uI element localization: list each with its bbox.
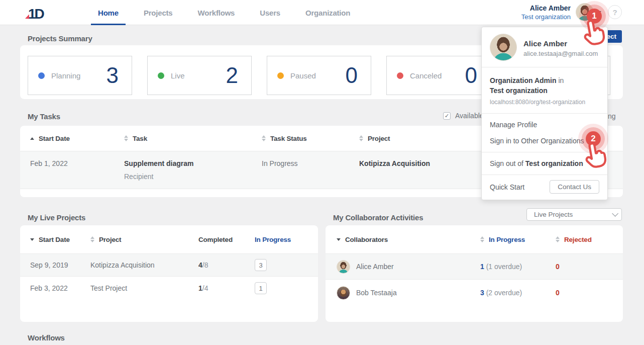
in-progress-cell: 3 (2 overdue) [480, 289, 556, 297]
table-row[interactable]: Sep 9, 2019 Kotipizza Acquisition 4/8 3 [20, 253, 318, 277]
contact-us-button[interactable]: Contact Us [550, 180, 599, 194]
completed-cell: 4/8 [198, 261, 255, 269]
sort-icon[interactable] [556, 236, 560, 242]
column-header-start-date[interactable]: Start Date [30, 135, 124, 142]
avatar [490, 34, 517, 61]
sort-icon[interactable] [90, 236, 94, 242]
quick-start-row: Quick Start Contact Us [482, 175, 607, 200]
status-card-planning[interactable]: Planning 3 [28, 56, 132, 95]
live-status-dot-icon [158, 72, 164, 79]
sort-desc-icon[interactable] [337, 238, 341, 241]
status-card-live[interactable]: Live 2 [147, 56, 252, 95]
nav-item-organization[interactable]: Organization [298, 0, 357, 25]
profile-organization: Test organization [490, 85, 599, 96]
collaborator-name: Alice Amber [356, 263, 394, 271]
table-row[interactable]: Bob Testaaja 3 (2 overdue) 0 [326, 280, 623, 306]
sort-icon[interactable] [359, 135, 363, 141]
help-button[interactable]: ? [608, 5, 622, 19]
sort-icon[interactable] [124, 135, 128, 141]
collaborator-cell: Alice Amber [337, 260, 480, 274]
table-row[interactable]: Feb 3, 2022 Test Project 1/4 1 [20, 277, 318, 300]
nav-item-home[interactable]: Home [91, 0, 126, 25]
status-card-label: Canceled [410, 71, 442, 80]
sort-icon[interactable] [262, 135, 266, 141]
available-filter[interactable]: Available [443, 112, 484, 120]
column-header-project[interactable]: Project [90, 236, 198, 243]
in-progress-cell: 1 (1 overdue) [480, 263, 556, 271]
task-name: Supplement diagram [124, 159, 193, 167]
rejected-cell: 0 [556, 289, 612, 297]
in-progress-count-button[interactable]: 3 [255, 259, 267, 271]
profile-role-line: Organization Admin in [490, 75, 599, 85]
status-card-label: Planning [51, 71, 80, 80]
my-live-projects-title: My Live Projects [28, 213, 85, 222]
paused-status-dot-icon [277, 72, 284, 79]
main-nav: Home Projects Workflows Users Organizati… [91, 0, 368, 25]
pointer-hand-cursor-icon [580, 18, 608, 50]
column-header-rejected[interactable]: Rejected [556, 236, 612, 243]
user-name: Alice Amber [521, 4, 571, 13]
sort-asc-icon[interactable] [30, 137, 34, 140]
nav-item-workflows[interactable]: Workflows [190, 0, 242, 25]
status-card-value: 2 [226, 64, 238, 87]
column-header-start-date[interactable]: Start Date [30, 236, 90, 243]
pointer-hand-cursor-icon [581, 141, 610, 172]
in-progress-cell: 3 [255, 259, 308, 271]
status-card-value: 3 [106, 64, 119, 87]
my-collaborator-activities-title: My Collaborator Activities [333, 213, 423, 222]
select-value: Live Projects [534, 211, 573, 218]
task-role: Recipient [124, 172, 262, 181]
project-start-date: Feb 3, 2022 [30, 284, 90, 292]
my-tasks-title: My Tasks [28, 112, 60, 121]
table-row[interactable]: Alice Amber 1 (1 overdue) 0 [326, 253, 623, 280]
column-header-completed[interactable]: Completed [198, 236, 255, 243]
rejected-cell: 0 [556, 263, 612, 271]
task-status: In Progress [262, 159, 359, 182]
collaborator-activities-table: Collaborators In Progress Rejected Alice… [326, 225, 623, 322]
column-header-task-status[interactable]: Task Status [262, 135, 359, 142]
workflows-title: Workflows [28, 333, 65, 342]
status-card-label: Live [171, 71, 185, 80]
sort-icon[interactable] [480, 236, 484, 242]
user-chip[interactable]: Alice Amber Test organization [521, 4, 571, 22]
project-name: Kotipizza Acquisition [90, 261, 198, 269]
status-card-canceled[interactable]: Canceled 0 [386, 56, 491, 95]
collaborators-header-row: Collaborators In Progress Rejected [326, 225, 623, 253]
avatar [337, 286, 350, 300]
my-live-projects-table: Start Date Project Completed In Progress… [20, 225, 318, 322]
canceled-status-dot-icon [397, 72, 403, 79]
task-cell: Supplement diagram Recipient [124, 159, 262, 182]
in-progress-cell: 1 [255, 282, 308, 294]
quick-start-label[interactable]: Quick Start [490, 183, 524, 191]
status-card-value: 0 [465, 64, 477, 87]
project-start-date: Sep 9, 2019 [30, 261, 90, 269]
completed-cell: 1/4 [198, 284, 255, 292]
app-logo-icon[interactable]: 1D [22, 4, 47, 24]
status-card-paused[interactable]: Paused 0 [267, 56, 371, 95]
planning-status-dot-icon [38, 72, 45, 79]
available-checkbox[interactable] [443, 112, 451, 120]
available-checkbox-label: Available [455, 112, 484, 120]
profile-dropdown-menu: Alice Amber alice.testaaja@gmail.com Org… [481, 27, 608, 200]
projects-summary-title: Projects Summary [28, 34, 92, 43]
organization-url: localhost:8080/org/test-organization [490, 97, 599, 107]
user-organization: Test organization [521, 13, 571, 22]
project-name: Test Project [90, 284, 198, 292]
collaborator-cell: Bob Testaaja [337, 286, 480, 300]
column-header-in-progress[interactable]: In Progress [480, 236, 556, 243]
column-header-collaborators[interactable]: Collaborators [337, 236, 480, 243]
top-navigation-bar: 1D Home Projects Workflows Users Organiz… [0, 0, 644, 25]
menu-item-manage-profile[interactable]: Manage Profile [482, 117, 607, 133]
sort-desc-icon[interactable] [30, 238, 34, 241]
column-header-in-progress[interactable]: In Progress [255, 236, 308, 243]
nav-item-projects[interactable]: Projects [137, 0, 180, 25]
column-header-task[interactable]: Task [124, 135, 262, 142]
profile-role-block: Organization Admin in Test organization … [482, 67, 607, 113]
nav-item-users[interactable]: Users [253, 0, 287, 25]
chevron-down-icon [612, 210, 618, 217]
projects-filter-select[interactable]: Live Projects [526, 208, 622, 221]
in-progress-count-button[interactable]: 1 [255, 282, 267, 294]
dashboard-screen: { "topbar": { "logo": "1D", "nav": { "it… [0, 0, 644, 345]
partially-hidden-filter-text: ng [608, 112, 616, 120]
collaborator-name: Bob Testaaja [356, 289, 397, 297]
